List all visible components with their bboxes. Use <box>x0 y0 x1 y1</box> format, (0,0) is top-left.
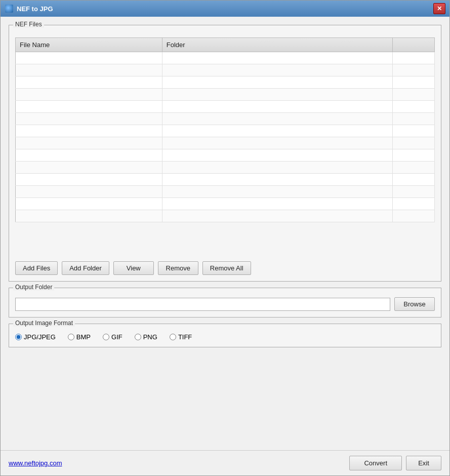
format-label-tiff: TIFF <box>178 333 192 341</box>
table-row <box>16 210 435 222</box>
table-row <box>16 76 435 89</box>
table-row <box>16 89 435 101</box>
table-row <box>16 186 435 198</box>
cell-folder <box>162 113 392 125</box>
file-table: File Name Folder <box>15 37 435 222</box>
table-row <box>16 198 435 210</box>
radio-png[interactable] <box>135 334 141 340</box>
add-files-button[interactable]: Add Files <box>15 261 58 275</box>
cell-folder <box>162 76 392 89</box>
col-header-filename: File Name <box>16 38 162 52</box>
cell-extra <box>393 174 435 186</box>
browse-button[interactable]: Browse <box>394 297 435 311</box>
format-label-bmp: BMP <box>76 333 91 341</box>
cell-filename <box>16 101 162 113</box>
exit-button[interactable]: Exit <box>406 456 441 470</box>
cell-filename <box>16 149 162 162</box>
cell-extra <box>393 89 435 101</box>
nef-files-label: NEF Files <box>13 21 44 28</box>
format-option-gif[interactable]: GIF <box>103 333 122 341</box>
output-folder-group: Output Folder Browse <box>9 288 441 318</box>
cell-extra <box>393 137 435 149</box>
table-row <box>16 113 435 125</box>
window-title: NEF to JPG <box>17 5 433 13</box>
cell-extra <box>393 113 435 125</box>
format-option-jpg[interactable]: JPG/JPEG <box>15 333 56 341</box>
cell-filename <box>16 52 162 64</box>
radio-gif[interactable] <box>103 334 109 340</box>
file-buttons-row: Add Files Add Folder View Remove Remove … <box>15 261 435 275</box>
convert-button[interactable]: Convert <box>349 456 402 470</box>
table-row <box>16 64 435 76</box>
radio-jpg[interactable] <box>15 334 22 340</box>
cell-extra <box>393 210 435 222</box>
remove-all-button[interactable]: Remove All <box>202 261 251 275</box>
cell-extra <box>393 52 435 64</box>
table-header: File Name Folder <box>16 38 435 52</box>
table-row <box>16 162 435 174</box>
cell-extra <box>393 125 435 137</box>
cell-filename <box>16 198 162 210</box>
table-row <box>16 101 435 113</box>
nef-files-group: NEF Files File Name Folder <box>9 25 441 282</box>
table-row <box>16 174 435 186</box>
cell-folder <box>162 125 392 137</box>
cell-folder <box>162 210 392 222</box>
format-option-tiff[interactable]: TIFF <box>170 333 192 341</box>
radio-bmp[interactable] <box>68 334 74 340</box>
cell-filename <box>16 113 162 125</box>
output-folder-label: Output Folder <box>13 284 54 291</box>
cell-extra <box>393 64 435 76</box>
radio-tiff[interactable] <box>170 334 176 340</box>
cell-folder <box>162 64 392 76</box>
file-table-wrapper[interactable]: File Name Folder <box>15 33 435 256</box>
table-row <box>16 149 435 162</box>
col-header-extra <box>393 38 435 52</box>
cell-filename <box>16 125 162 137</box>
window-content: NEF Files File Name Folder <box>1 17 449 450</box>
add-folder-button[interactable]: Add Folder <box>62 261 109 275</box>
format-option-bmp[interactable]: BMP <box>68 333 91 341</box>
cell-folder <box>162 162 392 174</box>
website-link[interactable]: www.neftojpg.com <box>9 459 345 467</box>
cell-extra <box>393 149 435 162</box>
cell-extra <box>393 76 435 89</box>
cell-extra <box>393 162 435 174</box>
output-format-label: Output Image Format <box>13 320 75 327</box>
format-label-png: PNG <box>143 333 157 341</box>
format-option-png[interactable]: PNG <box>135 333 157 341</box>
cell-folder <box>162 137 392 149</box>
table-row <box>16 52 435 64</box>
cell-folder <box>162 186 392 198</box>
bottom-bar: www.neftojpg.com Convert Exit <box>1 450 449 475</box>
table-body <box>16 52 435 222</box>
format-label-jpg: JPG/JPEG <box>24 333 56 341</box>
title-bar: NEF to JPG ✕ <box>1 1 449 17</box>
cell-filename <box>16 76 162 89</box>
cell-filename <box>16 162 162 174</box>
cell-filename <box>16 64 162 76</box>
close-button[interactable]: ✕ <box>433 3 445 14</box>
cell-filename <box>16 174 162 186</box>
cell-filename <box>16 137 162 149</box>
remove-button[interactable]: Remove <box>158 261 198 275</box>
cell-extra <box>393 198 435 210</box>
output-folder-row: Browse <box>15 297 435 311</box>
format-label-gif: GIF <box>111 333 122 341</box>
cell-folder <box>162 198 392 210</box>
col-header-folder: Folder <box>162 38 392 52</box>
cell-folder <box>162 52 392 64</box>
output-format-group: Output Image Format JPG/JPEGBMPGIFPNGTIF… <box>9 324 441 347</box>
view-button[interactable]: View <box>113 261 154 275</box>
cell-filename <box>16 210 162 222</box>
main-window: NEF to JPG ✕ NEF Files File Name Folder <box>0 0 450 476</box>
cell-folder <box>162 149 392 162</box>
cell-filename <box>16 186 162 198</box>
table-row <box>16 125 435 137</box>
output-folder-input[interactable] <box>15 298 390 311</box>
table-row <box>16 137 435 149</box>
app-icon <box>5 4 14 13</box>
format-options-row: JPG/JPEGBMPGIFPNGTIFF <box>15 333 435 341</box>
cell-folder <box>162 89 392 101</box>
cell-folder <box>162 174 392 186</box>
